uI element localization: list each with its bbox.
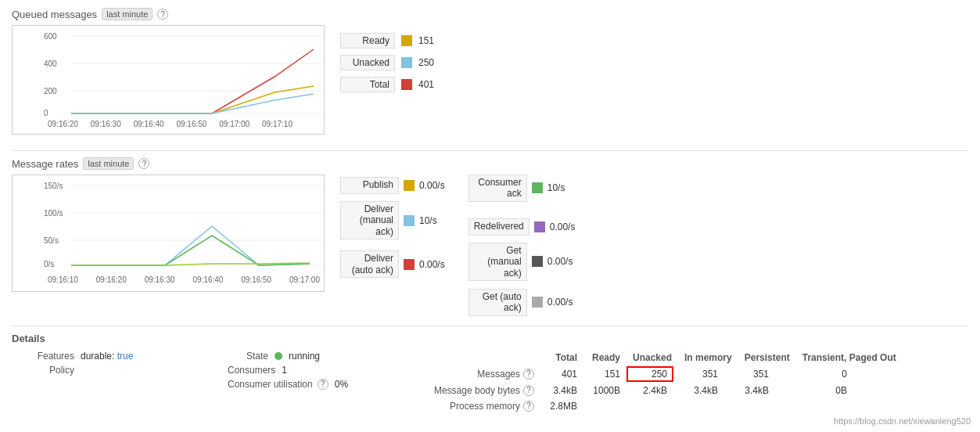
legend-ready-value: 151 xyxy=(418,35,434,46)
rate-redelivered: Redelivered 0.00/s xyxy=(468,216,576,238)
rate-get-auto-label: Get (auto ack) xyxy=(468,289,527,316)
rate-consumer-ack-label: Consumer ack xyxy=(468,175,527,202)
consumer-util-help[interactable]: ? xyxy=(318,379,328,390)
stats-col-unacked: Unacked xyxy=(626,351,678,365)
bytes-persistent: 3.4kB xyxy=(724,383,775,398)
bytes-unacked: 2.4kB xyxy=(626,383,673,398)
get-auto-color xyxy=(532,297,543,308)
bytes-ready: 1000B xyxy=(583,383,626,398)
total-color-box xyxy=(401,79,412,90)
stats-col-empty xyxy=(415,351,540,365)
svg-text:150/s: 150/s xyxy=(44,182,63,190)
messages-total: 401 xyxy=(540,367,583,381)
bytes-inmemory: 3.4kB xyxy=(673,383,724,398)
state-text: running xyxy=(289,351,320,362)
rate-get-manual: Get (manual ack) 0.00/s xyxy=(468,243,576,281)
rate-x-label-6: 09:17:00 xyxy=(289,275,320,284)
svg-text:600: 600 xyxy=(44,32,57,41)
queued-messages-chart: 600 400 200 0 09:16:2 xyxy=(12,25,325,135)
details-state-value: running xyxy=(275,351,320,362)
rate-deliver-auto: Deliver (auto ack) 0.00/s xyxy=(340,250,445,278)
svg-text:100/s: 100/s xyxy=(44,209,63,218)
legend-unacked: Unacked 250 xyxy=(340,55,434,70)
bytes-label: Message body bytes ? xyxy=(415,383,540,398)
legend-total: Total 401 xyxy=(340,77,434,92)
stats-col-ready: Ready xyxy=(583,351,626,365)
bytes-total: 3.4kB xyxy=(540,383,583,398)
rate-get-manual-label: Get (manual ack) xyxy=(468,243,527,281)
details-left: Features durable: true State running xyxy=(12,351,384,390)
message-rates-help[interactable]: ? xyxy=(138,158,149,169)
messages-label-text: Messages xyxy=(477,369,520,380)
message-rates-badge[interactable]: last minute xyxy=(83,157,134,170)
messages-unacked: 250 xyxy=(626,366,673,382)
rate-consumer-ack: Consumer ack 10/s xyxy=(468,175,576,202)
messages-help[interactable]: ? xyxy=(523,369,534,380)
x-label-1: 09:16:20 xyxy=(48,120,78,128)
messages-persistent: 351 xyxy=(724,367,775,381)
details-title: Details xyxy=(12,333,968,344)
svg-text:0/s: 0/s xyxy=(44,260,54,268)
x-label-3: 09:16:40 xyxy=(134,120,164,128)
details-state-key: State xyxy=(221,351,268,362)
message-rates-chart: 150/s 100/s 50/s 0/s 09:16:10 xyxy=(12,175,325,292)
stats-row-memory: Process memory ? 2.8MB xyxy=(415,399,968,413)
rate-x-label-3: 09:16:30 xyxy=(145,275,175,284)
rates-right-col: Consumer ack 10/s Redelivered 0.00/s Get… xyxy=(468,175,576,316)
deliver-manual-color xyxy=(404,215,415,226)
legend-unacked-label: Unacked xyxy=(340,55,395,70)
stats-col-transient: Transient, Paged Out xyxy=(796,351,903,365)
legend-total-value: 401 xyxy=(418,79,434,90)
bytes-transient: 0B xyxy=(775,383,853,398)
rate-deliver-auto-label: Deliver (auto ack) xyxy=(340,250,399,278)
queued-messages-section: Queued messages last minute ? 600 400 20… xyxy=(12,8,968,135)
running-dot xyxy=(275,352,282,360)
rates-legend: Publish 0.00/s Deliver (manual ack) 10/s… xyxy=(340,175,575,316)
memory-label-text: Process memory xyxy=(450,401,520,412)
details-features-key: Features xyxy=(12,351,74,362)
memory-label: Process memory ? xyxy=(415,399,540,413)
memory-help[interactable]: ? xyxy=(523,401,534,412)
unacked-color-box xyxy=(401,57,412,68)
stats-col-persistent: Persistent xyxy=(738,351,796,365)
stats-row-messages: Messages ? 401 151 250 351 351 0 xyxy=(415,366,968,382)
rate-publish: Publish 0.00/s xyxy=(340,175,445,196)
bytes-help[interactable]: ? xyxy=(523,385,534,396)
details-section: Details Features durable: true State xyxy=(12,326,968,413)
rate-x-label-5: 09:16:50 xyxy=(241,275,271,284)
queued-messages-badge[interactable]: last minute xyxy=(102,8,153,20)
consumers-key: Consumers xyxy=(228,365,275,376)
consumers-value: 1 xyxy=(282,365,287,376)
bytes-label-text: Message body bytes xyxy=(434,385,520,396)
rate-deliver-auto-value: 0.00/s xyxy=(419,259,445,270)
rate-deliver-manual: Deliver (manual ack) 10/s xyxy=(340,201,445,239)
consumer-util-key: Consumer utilisation xyxy=(228,379,313,390)
memory-total: 2.8MB xyxy=(540,399,583,413)
x-label-5: 09:17:00 xyxy=(219,120,249,128)
svg-text:0: 0 xyxy=(44,109,48,117)
rate-x-label-1: 09:16:10 xyxy=(48,275,78,284)
legend-total-label: Total xyxy=(340,77,395,92)
rate-x-label-4: 09:16:40 xyxy=(192,275,223,284)
message-rates-section: Message rates last minute ? 150/s 100/s … xyxy=(12,157,968,316)
rate-deliver-manual-label: Deliver (manual ack) xyxy=(340,201,399,239)
policy-key: Policy xyxy=(12,365,74,376)
messages-inmemory: 351 xyxy=(673,367,724,381)
rate-get-auto-value: 0.00/s xyxy=(547,297,573,308)
publish-color xyxy=(404,180,415,191)
rate-redelivered-label: Redelivered xyxy=(468,218,529,236)
svg-text:50/s: 50/s xyxy=(44,236,59,245)
rate-x-label-2: 09:16:20 xyxy=(96,275,127,284)
rate-publish-value: 0.00/s xyxy=(419,180,445,191)
svg-text:400: 400 xyxy=(44,59,57,68)
x-label-6: 09:17:10 xyxy=(262,120,293,128)
durable-value: true xyxy=(117,351,134,362)
deliver-auto-color xyxy=(404,259,415,270)
details-stats: Total Ready Unacked In memory Persistent… xyxy=(415,351,968,413)
get-manual-color xyxy=(532,256,543,267)
stats-col-total: Total xyxy=(540,351,583,365)
rate-redelivered-value: 0.00/s xyxy=(550,221,576,232)
redelivered-color xyxy=(534,221,545,232)
rate-deliver-manual-value: 10/s xyxy=(419,215,437,226)
queued-messages-help[interactable]: ? xyxy=(157,9,168,20)
